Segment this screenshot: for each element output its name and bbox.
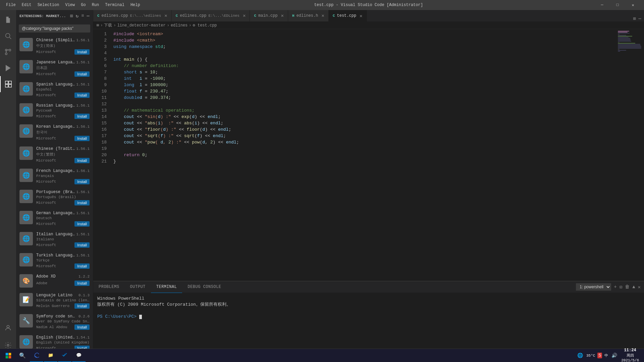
- ext-version: 0.2.6: [78, 314, 90, 318]
- terminal-select[interactable]: 1: powershell: [576, 283, 611, 291]
- extension-item[interactable]: 🌐 Korean Language Pack for ... 1.56.1 한국…: [16, 122, 93, 144]
- extensions-icon[interactable]: [0, 76, 16, 92]
- ext-install-button[interactable]: Install: [74, 158, 90, 163]
- ext-install-button[interactable]: Install: [74, 71, 90, 77]
- ext-author: Adobe: [36, 281, 47, 285]
- code-line: short s = 10;: [113, 69, 614, 75]
- source-control-icon[interactable]: [0, 44, 16, 60]
- menu-view[interactable]: View: [62, 0, 77, 10]
- search-input[interactable]: [19, 24, 90, 33]
- split-terminal-icon[interactable]: ⊡: [620, 284, 622, 290]
- extension-item[interactable]: 🌐 Chinese (Traditional) Langu... 1.56.1 …: [16, 144, 93, 166]
- tab-close-button[interactable]: ✕: [281, 13, 284, 18]
- search-taskbar[interactable]: 🔍: [16, 349, 29, 362]
- breadcrumb-item[interactable]: ⚙ test.cpp: [193, 23, 217, 28]
- extension-item[interactable]: 🌐 Japanese Language Pack fo... 1.56.1 日本…: [16, 57, 93, 79]
- explorer-taskbar[interactable]: 📁: [44, 349, 57, 362]
- breadcrumb-item[interactable]: edlines: [171, 23, 187, 28]
- tray-network[interactable]: 🌐: [576, 353, 584, 358]
- ext-install-button[interactable]: Install: [74, 114, 90, 119]
- breadcrumb-item[interactable]: line_detector-master: [117, 23, 166, 28]
- output-tab[interactable]: OUTPUT: [125, 281, 151, 293]
- extension-item[interactable]: 🔧 Symfony code snippets An... 0.2.6 Over…: [16, 311, 93, 333]
- menu-file[interactable]: File: [3, 0, 18, 10]
- terminal-tab[interactable]: TERMINAL: [151, 281, 182, 293]
- terminal-content[interactable]: Windows PowerShell 版权所有 (C) 2009 Microso…: [93, 293, 644, 355]
- search-icon[interactable]: [0, 28, 16, 44]
- tray-clock[interactable]: 11:24 周四 2021/5/6: [620, 348, 641, 362]
- extension-item[interactable]: 🌐 German Language Pack for ... 1.56.1 De…: [16, 208, 93, 229]
- run-debug-icon[interactable]: [0, 60, 16, 76]
- svg-rect-2: [7, 21, 9, 21]
- close-panel-icon[interactable]: ✕: [638, 284, 641, 290]
- explorer-icon[interactable]: [0, 12, 16, 28]
- menu-edit[interactable]: Edit: [19, 0, 34, 10]
- refresh-icon[interactable]: ↻: [76, 13, 78, 19]
- wechat-taskbar[interactable]: 💬: [72, 349, 86, 362]
- panel-tabs: PROBLEMS OUTPUT TERMINAL DEBUG CONSOLE 1…: [93, 281, 644, 293]
- tab-close-button[interactable]: ✕: [321, 13, 324, 18]
- split-editor-icon[interactable]: ⊞: [633, 16, 636, 21]
- more-tabs-icon[interactable]: ⋯: [639, 16, 641, 21]
- menu-go[interactable]: Go: [78, 0, 88, 10]
- editor-tab[interactable]: H edlines.h ✕: [288, 10, 329, 21]
- filter-icon[interactable]: ⊞: [70, 13, 73, 19]
- problems-tab[interactable]: PROBLEMS: [93, 281, 125, 293]
- menu-help[interactable]: Help: [128, 0, 143, 10]
- close-button[interactable]: ✕: [625, 0, 641, 10]
- kill-terminal-icon[interactable]: 🗑: [625, 284, 630, 290]
- extension-item[interactable]: 🌐 Portuguese (Brazil) Langu... 1.56.1 Po…: [16, 187, 93, 208]
- menu-selection[interactable]: Selection: [35, 0, 62, 10]
- tab-close-button[interactable]: ✕: [243, 13, 246, 18]
- accounts-icon[interactable]: [0, 320, 16, 336]
- ext-install-button[interactable]: Install: [74, 281, 90, 286]
- editor-tab[interactable]: C test.cpp ✕: [329, 10, 367, 21]
- ext-install-button[interactable]: Install: [74, 263, 90, 269]
- breadcrumb-item[interactable]: 下载: [104, 22, 112, 28]
- more-icon[interactable]: ⋯: [87, 13, 90, 19]
- tab-close-button[interactable]: ✕: [360, 13, 362, 19]
- code-editor[interactable]: 123456789101112131415161718192021 #inclu…: [93, 29, 617, 281]
- ext-info: Spanish Language Pack for ... 1.56.1 Esp…: [36, 82, 90, 98]
- extension-item[interactable]: 🎨 Adobe XD 1.2.2 Adobe Install: [16, 272, 93, 290]
- ext-install-button[interactable]: Install: [74, 303, 90, 309]
- ext-install-button[interactable]: Install: [74, 49, 90, 55]
- breadcrumb-item[interactable]: ⊞: [97, 23, 99, 28]
- ext-install-button[interactable]: Install: [74, 93, 90, 98]
- tray-lang[interactable]: 中: [603, 353, 609, 358]
- tray-ime[interactable]: S: [597, 353, 602, 358]
- ext-install-button[interactable]: Install: [74, 200, 90, 205]
- maximize-button[interactable]: □: [610, 0, 625, 10]
- tab-file-icon: C: [254, 14, 256, 18]
- vscode-taskbar[interactable]: [58, 349, 71, 362]
- ext-install-button[interactable]: Install: [74, 179, 90, 184]
- ext-install-button[interactable]: Install: [74, 242, 90, 248]
- editor-tab[interactable]: C edlines.cpp E:\...\EDLines ✕: [172, 10, 250, 21]
- maximize-panel-icon[interactable]: ▲: [632, 284, 635, 290]
- editor-tab[interactable]: C edlines.cpp E:\...\edlines ✕: [93, 10, 172, 21]
- sort-icon[interactable]: ≡: [81, 13, 84, 19]
- breadcrumb-separator: ›: [100, 23, 103, 28]
- extension-item[interactable]: 🌐 Turkish Language Pack for ... 1.56.1 T…: [16, 250, 93, 272]
- extension-item[interactable]: 📝 Lenguaje Latino 0.1.3 Sintaxis de Lati…: [16, 290, 93, 311]
- tray-temp: 35°C: [585, 354, 596, 358]
- menu-run[interactable]: Run: [89, 0, 102, 10]
- extension-item[interactable]: 🌐 Russian Language Pack for ... 1.56.1 Р…: [16, 101, 93, 122]
- tab-close-button[interactable]: ✕: [164, 13, 167, 18]
- tray-misc: 🔊: [610, 353, 618, 358]
- ext-install-button[interactable]: Install: [74, 136, 90, 141]
- edge-app[interactable]: [30, 349, 43, 362]
- debug-console-tab[interactable]: DEBUG CONSOLE: [182, 281, 226, 293]
- extension-item[interactable]: 🌐 Chinese (Simplified) Langu... 1.56.1 中…: [16, 35, 93, 57]
- breadcrumb-separator: ›: [167, 23, 169, 28]
- ext-install-button[interactable]: Install: [74, 324, 90, 330]
- menu-terminal[interactable]: Terminal: [102, 0, 127, 10]
- new-terminal-icon[interactable]: +: [614, 284, 616, 290]
- extension-item[interactable]: 🌐 Italian Language Pack for V... 1.56.1 …: [16, 229, 93, 250]
- extension-item[interactable]: 🌐 Spanish Language Pack for ... 1.56.1 E…: [16, 79, 93, 101]
- extension-item[interactable]: 🌐 French Language Pack for ... 1.56.1 Fr…: [16, 166, 93, 187]
- start-button[interactable]: [2, 349, 15, 362]
- editor-tab[interactable]: C main.cpp ✕: [250, 10, 288, 21]
- ext-install-button[interactable]: Install: [74, 221, 90, 227]
- minimize-button[interactable]: ─: [594, 0, 610, 10]
